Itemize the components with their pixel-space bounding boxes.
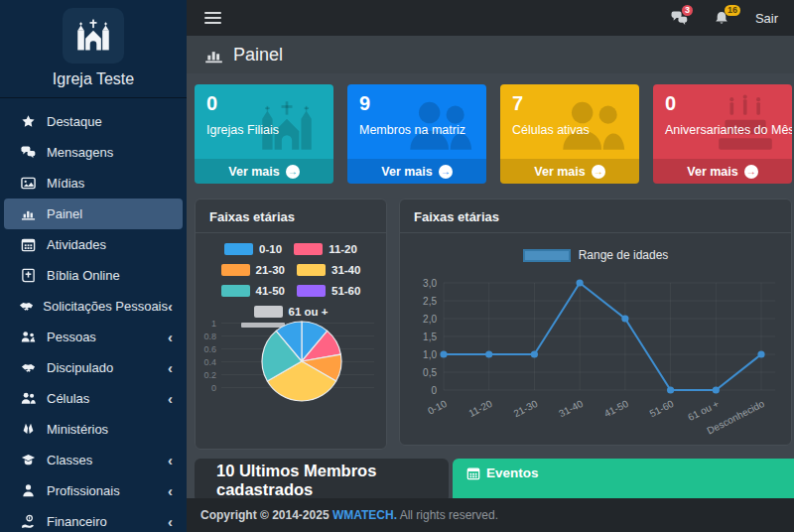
sidebar-item-pessoas[interactable]: Pessoas‹ bbox=[4, 322, 183, 352]
y-tick-label: 1,0 bbox=[423, 349, 437, 360]
church-logo[interactable] bbox=[63, 8, 124, 64]
ghost-tick-label: 0.2 bbox=[203, 370, 221, 380]
sidebar-item-painel[interactable]: Painel bbox=[4, 199, 183, 229]
info-box-label: Membros na matriz bbox=[347, 115, 486, 137]
legend-swatch bbox=[224, 243, 253, 255]
line-chart: 3,02,52,01,51,00,500-1011-2021-3031-4041… bbox=[404, 273, 789, 440]
ver-mais-link[interactable]: Ver mais→ bbox=[500, 159, 639, 184]
legend-item-31-40[interactable]: 31-40 bbox=[297, 264, 360, 276]
ver-mais-link[interactable]: Ver mais→ bbox=[653, 159, 792, 184]
bible-icon bbox=[18, 268, 38, 283]
legend-item-0-10[interactable]: 0-10 bbox=[224, 243, 282, 255]
x-tick-label: 11-20 bbox=[466, 398, 494, 419]
messages-button[interactable]: 3 bbox=[671, 10, 688, 27]
chevron-left-icon: ‹ bbox=[168, 360, 173, 375]
sidebar-item-profissionais[interactable]: Profissionais‹ bbox=[4, 475, 183, 506]
latest-members-panel[interactable]: 10 Ultimos Membros cadastrados bbox=[195, 459, 449, 502]
star-icon bbox=[18, 114, 38, 129]
y-tick-label: 1,5 bbox=[423, 332, 437, 342]
legend-item-21-30[interactable]: 21-30 bbox=[221, 264, 285, 276]
x-tick-label: 61 ou + bbox=[686, 398, 721, 423]
chevron-left-icon: ‹ bbox=[168, 299, 173, 314]
logout-link[interactable]: Sair bbox=[755, 11, 778, 26]
panel-title: Faixas etárias bbox=[196, 200, 386, 232]
x-tick-label: 21-30 bbox=[512, 398, 540, 420]
media-icon bbox=[18, 176, 38, 191]
info-box-aniversariantes-do-mes[interactable]: 0Aniversariantes do MêsVer mais→ bbox=[653, 84, 792, 184]
y-tick-label: 3,0 bbox=[423, 278, 437, 289]
sidebar-item-label: Ministérios bbox=[47, 422, 173, 437]
calendar-icon bbox=[466, 466, 480, 480]
info-box-label: Aniversariantes do Mês bbox=[653, 115, 792, 137]
events-panel[interactable]: Eventos bbox=[453, 459, 794, 502]
data-point bbox=[485, 350, 492, 357]
sidebar-item-ministerios[interactable]: Ministérios bbox=[4, 414, 183, 445]
info-box-value: 7 bbox=[500, 84, 639, 115]
divider bbox=[196, 232, 386, 233]
y-tick-label: 0 bbox=[431, 385, 437, 396]
notifications-button[interactable]: 16 bbox=[714, 10, 729, 27]
x-tick-label: 51-60 bbox=[648, 398, 676, 420]
sidebar-item-label: Solicitações Pessoais bbox=[43, 299, 168, 314]
pie-chart bbox=[259, 319, 344, 404]
users-icon bbox=[18, 391, 38, 406]
comments-icon bbox=[18, 145, 38, 160]
info-box-membros-na-matriz[interactable]: 9Membros na matrizVer mais→ bbox=[347, 84, 486, 184]
arrow-circle-icon: → bbox=[744, 165, 758, 179]
data-point bbox=[531, 350, 538, 357]
sidebar-menu: DestaqueMensagensMídiasPainelAtividadesB… bbox=[0, 106, 187, 532]
info-box-celulas-ativas[interactable]: 7Células ativasVer mais→ bbox=[500, 84, 639, 184]
legend-label: 21-30 bbox=[256, 264, 285, 276]
sidebar-item-label: Mensagens bbox=[47, 145, 173, 160]
chevron-left-icon: ‹ bbox=[168, 483, 173, 498]
chevron-left-icon: ‹ bbox=[168, 330, 173, 344]
data-point bbox=[667, 386, 674, 393]
sidebar-item-mensagens[interactable]: Mensagens bbox=[4, 137, 183, 168]
info-box-value: 0 bbox=[195, 84, 333, 115]
brand-link[interactable]: WMATECH. bbox=[332, 508, 397, 522]
arrow-circle-icon: → bbox=[592, 165, 605, 179]
sidebar-item-financeiro[interactable]: Financeiro‹ bbox=[4, 506, 183, 532]
ver-mais-link[interactable]: Ver mais→ bbox=[347, 159, 486, 184]
topbar: 3 16 Sair bbox=[187, 0, 794, 36]
ver-mais-label: Ver mais bbox=[228, 165, 279, 179]
ghost-tick-label: 0.4 bbox=[203, 357, 221, 367]
x-tick-label: 31-40 bbox=[557, 398, 585, 420]
legend-item-11-20[interactable]: 11-20 bbox=[294, 243, 357, 255]
legend-label: 11-20 bbox=[329, 243, 357, 255]
sidebar-item-classes[interactable]: Classes‹ bbox=[4, 445, 183, 475]
hamburger-icon[interactable] bbox=[204, 12, 221, 24]
data-point bbox=[757, 350, 764, 357]
sidebar-item-midias[interactable]: Mídias bbox=[4, 168, 183, 199]
praying-hands-icon bbox=[18, 422, 38, 437]
legend-item-51-60[interactable]: 51-60 bbox=[297, 285, 360, 297]
content: 0Igrejas FiliaisVer mais→9Membros na mat… bbox=[187, 73, 794, 498]
sidebar-item-label: Mídias bbox=[47, 176, 173, 191]
sidebar-item-label: Classes bbox=[47, 453, 168, 467]
sidebar-item-solicitacoes-pessoais[interactable]: Solicitações Pessoais‹ bbox=[4, 291, 183, 322]
legend-item-41-50[interactable]: 41-50 bbox=[221, 285, 285, 297]
sidebar-item-label: Células bbox=[47, 391, 168, 406]
sidebar-item-destaque[interactable]: Destaque bbox=[4, 106, 183, 137]
legend-swatch bbox=[294, 243, 323, 255]
info-box-value: 0 bbox=[653, 84, 792, 115]
sidebar-item-discipulado[interactable]: Discipulado‹ bbox=[4, 352, 183, 383]
line-legend: Range de idades bbox=[400, 248, 791, 262]
legend-label: Range de idades bbox=[579, 248, 669, 262]
info-box-igrejas-filiais[interactable]: 0Igrejas FiliaisVer mais→ bbox=[195, 84, 333, 184]
sidebar-item-label: Profissionais bbox=[47, 483, 168, 498]
ghost-tick-label: 0 bbox=[203, 383, 221, 393]
ver-mais-link[interactable]: Ver mais→ bbox=[195, 159, 333, 184]
sidebar-item-atividades[interactable]: Atividades bbox=[4, 229, 183, 260]
ver-mais-label: Ver mais bbox=[534, 165, 585, 179]
users-gear-icon bbox=[18, 330, 38, 344]
user-tie-icon bbox=[18, 483, 38, 498]
sidebar-item-celulas[interactable]: Células‹ bbox=[4, 383, 183, 414]
pie-legend: 0-1011-2021-3031-4041-5051-6061 ou + bbox=[196, 243, 386, 318]
notifications-badge: 16 bbox=[725, 5, 740, 17]
chevron-left-icon: ‹ bbox=[168, 391, 173, 406]
chevron-left-icon: ‹ bbox=[168, 514, 173, 529]
handshake-icon bbox=[18, 360, 38, 375]
church-name: Igreja Teste bbox=[0, 70, 187, 98]
sidebar-item-biblia-online[interactable]: Bíblia Online bbox=[4, 260, 183, 291]
